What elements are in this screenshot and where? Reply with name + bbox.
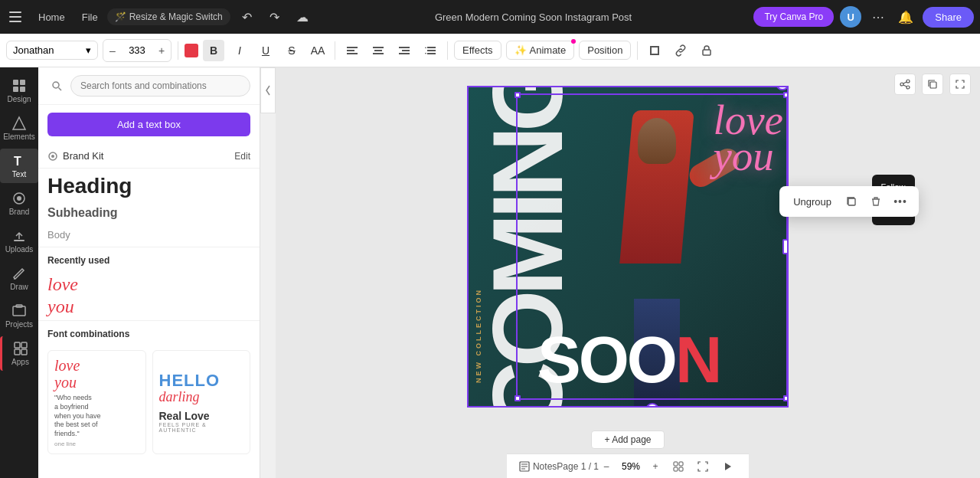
- copy-group-icon[interactable]: [841, 191, 862, 212]
- zoom-in-btn[interactable]: +: [648, 459, 663, 474]
- undo-btn[interactable]: ↶: [237, 6, 258, 28]
- sidebar-item-uploads[interactable]: Uploads: [0, 224, 38, 258]
- svg-rect-6: [399, 47, 410, 48]
- svg-rect-44: [848, 198, 855, 205]
- share-btn[interactable]: Share: [923, 7, 974, 28]
- animate-btn[interactable]: ✨ Animate: [506, 41, 575, 60]
- present-btn[interactable]: [718, 457, 737, 476]
- svg-marker-12: [425, 47, 426, 48]
- search-icon: [47, 77, 66, 95]
- sidebar-item-elements[interactable]: Elements: [0, 111, 38, 146]
- sidebar-item-projects[interactable]: Projects: [0, 299, 38, 333]
- sidebar-item-apps[interactable]: Apps: [0, 336, 38, 371]
- divider-1: [178, 41, 178, 60]
- hide-panel-btn[interactable]: [260, 67, 276, 113]
- recently-used-item[interactable]: loveyou: [38, 270, 260, 321]
- zoom-out-btn[interactable]: –: [599, 459, 614, 474]
- notes-btn[interactable]: Notes: [519, 461, 557, 472]
- align-left-btn[interactable]: [341, 40, 363, 61]
- try-canva-pro-btn[interactable]: Try Canva Pro: [753, 7, 834, 27]
- ungroup-btn[interactable]: Ungroup: [787, 193, 838, 211]
- main-layout: Design Elements T Text Brand Uploads Dra…: [0, 67, 980, 478]
- font-combo-grid: loveyou "Who needsa boyfriendwhen you ha…: [38, 344, 260, 460]
- lock-icon[interactable]: [696, 40, 717, 61]
- effects-btn[interactable]: Effects: [454, 41, 501, 60]
- svg-marker-53: [725, 463, 731, 470]
- cloud-save-btn[interactable]: ☁: [292, 6, 313, 28]
- brand-kit-label: Brand Kit: [47, 150, 103, 162]
- notifications-icon[interactable]: 🔔: [895, 6, 916, 28]
- link-icon[interactable]: [670, 40, 691, 61]
- share-canvas-icon[interactable]: [894, 74, 916, 95]
- underline-btn[interactable]: U: [255, 40, 276, 61]
- hamburger-menu[interactable]: [6, 8, 24, 26]
- expand-canvas-icon[interactable]: [949, 74, 971, 95]
- strikethrough-btn[interactable]: S: [281, 40, 302, 61]
- copy-canvas-icon[interactable]: [922, 74, 943, 95]
- font-size-decrease-btn[interactable]: –: [103, 40, 122, 61]
- fullscreen-btn[interactable]: [694, 457, 712, 476]
- divider-3: [447, 41, 448, 60]
- combo2-real-sub: FEELS PURE & AUTHENTIC: [159, 422, 244, 433]
- bottom-bar: Notes Page 1 / 1 – +: [507, 453, 749, 478]
- svg-rect-5: [373, 53, 384, 54]
- font-size-input[interactable]: [122, 40, 152, 61]
- svg-rect-32: [15, 349, 20, 355]
- svg-rect-9: [427, 47, 436, 48]
- crop-icon[interactable]: [644, 40, 665, 61]
- align-center-btn[interactable]: [368, 40, 389, 61]
- font-combo-item-1[interactable]: loveyou "Who needsa boyfriendwhen you ha…: [47, 350, 146, 453]
- svg-rect-3: [373, 47, 384, 48]
- heading-preview[interactable]: Heading: [38, 169, 260, 201]
- doc-title: Green Modern Coming Soon Instagram Post: [319, 11, 748, 23]
- position-btn[interactable]: Position: [579, 41, 631, 60]
- more-options-popup-icon[interactable]: •••: [890, 191, 911, 212]
- uppercase-btn[interactable]: AA: [307, 40, 328, 61]
- canvas-top-icons: [894, 74, 971, 95]
- search-input[interactable]: [70, 75, 250, 97]
- font-size-control: – +: [103, 39, 172, 62]
- sidebar-item-text[interactable]: T Text: [0, 149, 38, 183]
- svg-text:T: T: [14, 155, 21, 168]
- delete-group-icon[interactable]: [865, 191, 887, 212]
- svg-rect-19: [13, 80, 18, 85]
- subheading-row[interactable]: Subheading: [38, 201, 260, 224]
- brand-kit-row: Brand Kit Edit: [38, 144, 260, 169]
- file-menu-item[interactable]: File: [74, 8, 106, 26]
- line-spacing-btn[interactable]: [420, 40, 441, 61]
- svg-rect-20: [20, 80, 25, 85]
- formatting-toolbar: Jonathan ▾ – + B I U S AA Effects ✨ Anim…: [0, 34, 980, 67]
- sidebar-item-brand[interactable]: Brand: [0, 186, 38, 221]
- font-size-increase-btn[interactable]: +: [152, 40, 171, 61]
- divider-4: [637, 41, 638, 60]
- brand-kit-edit-link[interactable]: Edit: [234, 151, 250, 162]
- body-row[interactable]: Body: [38, 224, 260, 247]
- redo-btn[interactable]: ↷: [264, 6, 286, 28]
- italic-btn[interactable]: I: [229, 40, 250, 61]
- svg-rect-18: [703, 50, 710, 55]
- font-combinations-title: Font combinations: [38, 321, 260, 344]
- svg-rect-2: [347, 53, 358, 54]
- font-combo-item-2[interactable]: HELLO darling Real Love FEELS PURE & AUT…: [152, 350, 251, 453]
- avatar[interactable]: U: [840, 6, 861, 28]
- svg-rect-8: [399, 53, 410, 54]
- bold-btn[interactable]: B: [203, 40, 224, 61]
- add-textbox-btn[interactable]: Add a text box: [47, 113, 250, 136]
- sidebar-item-draw[interactable]: Draw: [0, 261, 38, 296]
- svg-rect-4: [374, 50, 382, 51]
- left-panel: Add a text box Brand Kit Edit Heading Su…: [38, 67, 260, 478]
- home-menu-item[interactable]: Home: [31, 8, 73, 26]
- design-canvas[interactable]: NEW COLLECTION COMING: [467, 86, 789, 408]
- magic-switch-btn[interactable]: 🪄 Resize & Magic Switch: [107, 8, 230, 25]
- more-options-icon[interactable]: ⋯: [867, 6, 889, 28]
- add-page-btn[interactable]: + Add page: [591, 431, 664, 449]
- font-selector[interactable]: Jonathan ▾: [6, 41, 98, 60]
- animate-wrap: ✨ Animate: [506, 41, 575, 60]
- animate-sparkle-icon: ✨: [514, 44, 527, 56]
- align-right-btn[interactable]: [394, 40, 415, 61]
- grid-view-btn[interactable]: [669, 457, 688, 476]
- sidebar-item-design[interactable]: Design: [0, 74, 38, 108]
- love-you-design-text: loveyou: [713, 103, 783, 175]
- zoom-input[interactable]: [617, 461, 645, 472]
- font-color-swatch[interactable]: [185, 44, 198, 57]
